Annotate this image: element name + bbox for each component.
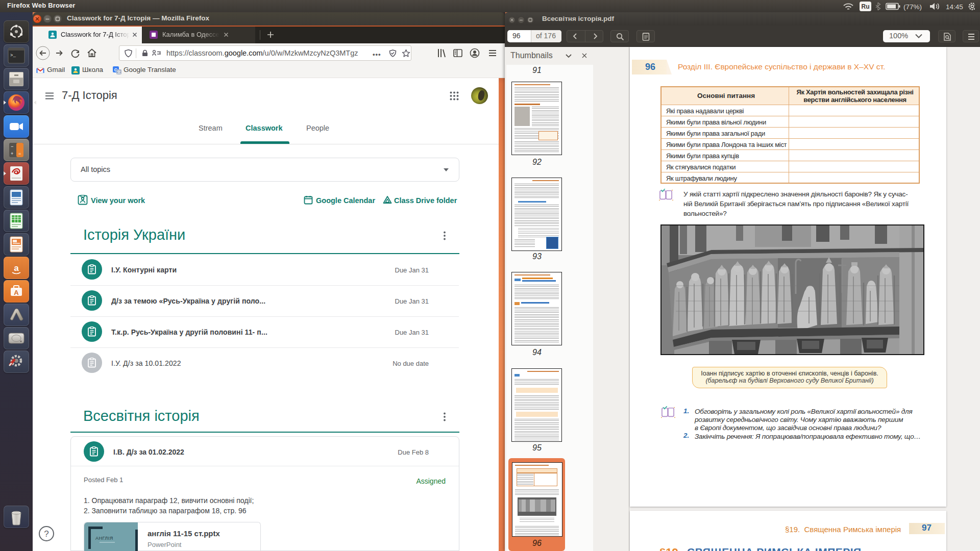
svg-text:=: = [18, 151, 21, 156]
svg-text:+: + [11, 151, 13, 156]
svg-text:14:45: 14:45 [946, 3, 963, 11]
svg-text:−: − [11, 144, 13, 149]
svg-text:Ru: Ru [862, 3, 870, 10]
svg-text:(77%): (77%) [903, 3, 922, 11]
svg-text:A: A [14, 289, 19, 296]
svg-text:文: 文 [117, 69, 121, 74]
svg-text:>_: >_ [10, 53, 16, 58]
svg-text:a: a [14, 263, 19, 273]
